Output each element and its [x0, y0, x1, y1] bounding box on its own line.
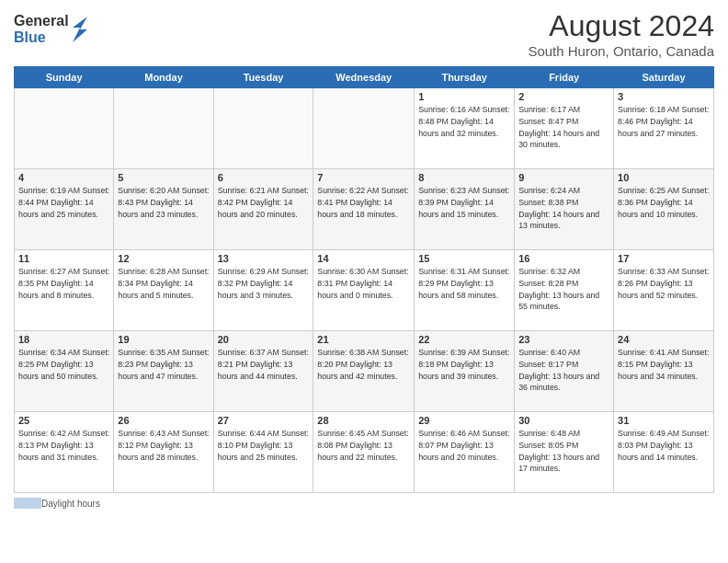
calendar-cell: 30Sunrise: 6:48 AM Sunset: 8:05 PM Dayli… — [515, 412, 614, 493]
calendar-cell: 28Sunrise: 6:45 AM Sunset: 8:08 PM Dayli… — [313, 412, 415, 493]
calendar-cell — [313, 88, 415, 169]
logo: General Blue — [14, 13, 89, 45]
calendar-cell: 24Sunrise: 6:41 AM Sunset: 8:15 PM Dayli… — [614, 331, 714, 412]
day-info: Sunrise: 6:24 AM Sunset: 8:38 PM Dayligh… — [518, 185, 609, 232]
day-number: 27 — [218, 415, 310, 426]
day-info: Sunrise: 6:37 AM Sunset: 8:21 PM Dayligh… — [218, 347, 310, 382]
day-number: 21 — [317, 334, 410, 345]
header: General Blue August 2024 South Huron, On… — [14, 9, 714, 59]
calendar-cell: 8Sunrise: 6:23 AM Sunset: 8:39 PM Daylig… — [415, 169, 515, 250]
calendar-week-row: 18Sunrise: 6:34 AM Sunset: 8:25 PM Dayli… — [15, 331, 714, 412]
day-number: 4 — [18, 172, 109, 183]
calendar-cell: 25Sunrise: 6:42 AM Sunset: 8:13 PM Dayli… — [15, 412, 114, 493]
calendar-cell: 2Sunrise: 6:17 AM Sunset: 8:47 PM Daylig… — [515, 88, 614, 169]
day-info: Sunrise: 6:40 AM Sunset: 8:17 PM Dayligh… — [518, 347, 609, 394]
day-info: Sunrise: 6:49 AM Sunset: 8:03 PM Dayligh… — [618, 428, 710, 463]
day-number: 23 — [518, 334, 609, 345]
calendar-cell: 21Sunrise: 6:38 AM Sunset: 8:20 PM Dayli… — [313, 331, 415, 412]
day-number: 2 — [518, 91, 609, 102]
day-number: 16 — [518, 253, 609, 264]
footer: Daylight hours — [14, 498, 714, 509]
day-info: Sunrise: 6:27 AM Sunset: 8:35 PM Dayligh… — [18, 266, 109, 301]
calendar-cell: 15Sunrise: 6:31 AM Sunset: 8:29 PM Dayli… — [415, 250, 515, 331]
calendar-cell: 29Sunrise: 6:46 AM Sunset: 8:07 PM Dayli… — [415, 412, 515, 493]
day-info: Sunrise: 6:48 AM Sunset: 8:05 PM Dayligh… — [518, 428, 609, 475]
calendar-cell: 20Sunrise: 6:37 AM Sunset: 8:21 PM Dayli… — [213, 331, 313, 412]
legend-label: Daylight hours — [41, 499, 100, 509]
weekday-header: Sunday — [15, 67, 114, 88]
calendar-week-row: 4Sunrise: 6:19 AM Sunset: 8:44 PM Daylig… — [15, 169, 714, 250]
svg-marker-0 — [73, 17, 87, 42]
calendar-cell: 11Sunrise: 6:27 AM Sunset: 8:35 PM Dayli… — [15, 250, 114, 331]
day-number: 20 — [218, 334, 310, 345]
day-info: Sunrise: 6:28 AM Sunset: 8:34 PM Dayligh… — [118, 266, 209, 301]
day-info: Sunrise: 6:18 AM Sunset: 8:46 PM Dayligh… — [618, 104, 710, 139]
calendar-cell: 5Sunrise: 6:20 AM Sunset: 8:43 PM Daylig… — [114, 169, 213, 250]
day-number: 5 — [118, 172, 209, 183]
title-block: August 2024 South Huron, Ontario, Canada — [528, 9, 714, 59]
day-number: 28 — [317, 415, 410, 426]
day-number: 22 — [418, 334, 510, 345]
day-number: 12 — [118, 253, 209, 264]
day-info: Sunrise: 6:21 AM Sunset: 8:42 PM Dayligh… — [218, 185, 310, 220]
day-number: 13 — [218, 253, 310, 264]
calendar-cell: 19Sunrise: 6:35 AM Sunset: 8:23 PM Dayli… — [114, 331, 213, 412]
calendar-cell: 12Sunrise: 6:28 AM Sunset: 8:34 PM Dayli… — [114, 250, 213, 331]
calendar-cell: 31Sunrise: 6:49 AM Sunset: 8:03 PM Dayli… — [614, 412, 714, 493]
weekday-header: Monday — [114, 67, 213, 88]
day-info: Sunrise: 6:44 AM Sunset: 8:10 PM Dayligh… — [218, 428, 310, 463]
day-number: 15 — [418, 253, 510, 264]
day-number: 10 — [618, 172, 710, 183]
main-title: August 2024 — [528, 9, 714, 43]
calendar-week-row: 25Sunrise: 6:42 AM Sunset: 8:13 PM Dayli… — [15, 412, 714, 493]
day-number: 7 — [317, 172, 410, 183]
day-info: Sunrise: 6:31 AM Sunset: 8:29 PM Dayligh… — [418, 266, 510, 301]
day-number: 19 — [118, 334, 209, 345]
weekday-header: Friday — [515, 67, 614, 88]
day-number: 11 — [18, 253, 109, 264]
calendar-cell: 4Sunrise: 6:19 AM Sunset: 8:44 PM Daylig… — [15, 169, 114, 250]
day-info: Sunrise: 6:45 AM Sunset: 8:08 PM Dayligh… — [317, 428, 410, 463]
calendar-cell: 7Sunrise: 6:22 AM Sunset: 8:41 PM Daylig… — [313, 169, 415, 250]
day-number: 6 — [218, 172, 310, 183]
legend-box — [14, 498, 41, 509]
day-info: Sunrise: 6:38 AM Sunset: 8:20 PM Dayligh… — [317, 347, 410, 382]
day-number: 29 — [418, 415, 510, 426]
calendar-cell: 18Sunrise: 6:34 AM Sunset: 8:25 PM Dayli… — [15, 331, 114, 412]
day-info: Sunrise: 6:25 AM Sunset: 8:36 PM Dayligh… — [618, 185, 710, 220]
day-info: Sunrise: 6:19 AM Sunset: 8:44 PM Dayligh… — [18, 185, 109, 220]
day-info: Sunrise: 6:32 AM Sunset: 8:28 PM Dayligh… — [518, 266, 609, 313]
weekday-header: Tuesday — [213, 67, 313, 88]
day-info: Sunrise: 6:41 AM Sunset: 8:15 PM Dayligh… — [618, 347, 710, 382]
calendar-cell — [15, 88, 114, 169]
day-number: 31 — [618, 415, 710, 426]
day-info: Sunrise: 6:30 AM Sunset: 8:31 PM Dayligh… — [317, 266, 410, 301]
calendar-table: SundayMondayTuesdayWednesdayThursdayFrid… — [14, 66, 714, 493]
weekday-header: Wednesday — [313, 67, 415, 88]
day-info: Sunrise: 6:33 AM Sunset: 8:26 PM Dayligh… — [618, 266, 710, 301]
day-number: 30 — [518, 415, 609, 426]
day-info: Sunrise: 6:22 AM Sunset: 8:41 PM Dayligh… — [317, 185, 410, 220]
logo-general: General — [14, 13, 69, 29]
day-number: 17 — [618, 253, 710, 264]
calendar-week-row: 11Sunrise: 6:27 AM Sunset: 8:35 PM Dayli… — [15, 250, 714, 331]
weekday-header: Saturday — [614, 67, 714, 88]
calendar-cell: 13Sunrise: 6:29 AM Sunset: 8:32 PM Dayli… — [213, 250, 313, 331]
day-info: Sunrise: 6:35 AM Sunset: 8:23 PM Dayligh… — [118, 347, 209, 382]
calendar-cell: 16Sunrise: 6:32 AM Sunset: 8:28 PM Dayli… — [515, 250, 614, 331]
day-info: Sunrise: 6:46 AM Sunset: 8:07 PM Dayligh… — [418, 428, 510, 463]
day-info: Sunrise: 6:17 AM Sunset: 8:47 PM Dayligh… — [518, 104, 609, 151]
logo-text: General Blue — [14, 13, 69, 45]
weekday-header: Thursday — [415, 67, 515, 88]
calendar-cell — [213, 88, 313, 169]
day-number: 3 — [618, 91, 710, 102]
day-info: Sunrise: 6:23 AM Sunset: 8:39 PM Dayligh… — [418, 185, 510, 220]
calendar-cell: 14Sunrise: 6:30 AM Sunset: 8:31 PM Dayli… — [313, 250, 415, 331]
calendar-cell: 10Sunrise: 6:25 AM Sunset: 8:36 PM Dayli… — [614, 169, 714, 250]
calendar-cell: 17Sunrise: 6:33 AM Sunset: 8:26 PM Dayli… — [614, 250, 714, 331]
calendar-cell: 26Sunrise: 6:43 AM Sunset: 8:12 PM Dayli… — [114, 412, 213, 493]
day-number: 18 — [18, 334, 109, 345]
calendar-cell: 6Sunrise: 6:21 AM Sunset: 8:42 PM Daylig… — [213, 169, 313, 250]
day-number: 8 — [418, 172, 510, 183]
day-info: Sunrise: 6:42 AM Sunset: 8:13 PM Dayligh… — [18, 428, 109, 463]
